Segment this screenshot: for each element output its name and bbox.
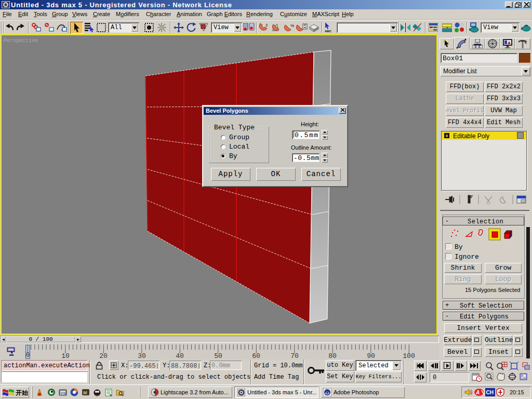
svg-text:M: M [83, 390, 87, 395]
svg-text:50: 50 [214, 352, 222, 360]
svg-text:30: 30 [138, 352, 146, 360]
svg-text:%: % [290, 23, 294, 28]
svg-text:60: 60 [252, 352, 260, 360]
svg-text:90: 90 [367, 352, 375, 360]
svg-text:A: A [475, 390, 480, 395]
svg-text:10: 10 [61, 352, 70, 360]
svg-text:3: 3 [265, 23, 268, 27]
svg-text:CH: CH [486, 390, 494, 395]
svg-text:40: 40 [176, 352, 184, 360]
svg-text:20: 20 [99, 352, 108, 360]
svg-text:70: 70 [290, 352, 299, 360]
svg-text:ABC: ABC [325, 30, 332, 33]
svg-text:100: 100 [403, 352, 415, 360]
svg-text:80: 80 [328, 352, 337, 360]
